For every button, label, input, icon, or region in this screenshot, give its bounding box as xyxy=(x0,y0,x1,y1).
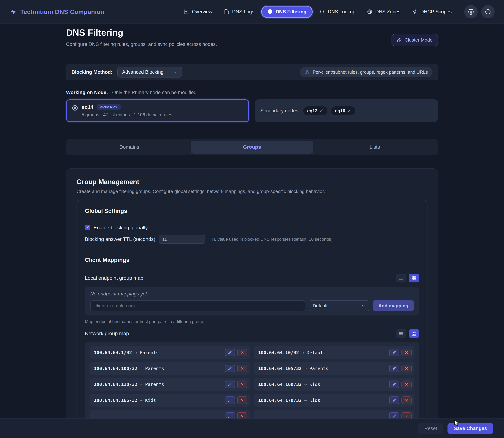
delete-mapping-button[interactable] xyxy=(237,381,247,388)
node-name: eq14 xyxy=(82,104,94,110)
delete-mapping-button[interactable] xyxy=(237,396,247,404)
edit-mapping-button[interactable] xyxy=(225,396,235,404)
delete-mapping-button[interactable] xyxy=(401,396,412,404)
close-icon xyxy=(405,414,409,418)
enable-blocking-checkbox[interactable]: ✓ xyxy=(85,225,90,230)
top-nav: Technitium DNS Companion Overview DNS Lo… xyxy=(0,0,504,24)
check-icon: ✓ xyxy=(347,108,351,113)
edit-mapping-button[interactable] xyxy=(225,381,235,388)
feature-badge-label: Per-client/subnet rules, groups, regex p… xyxy=(313,70,428,75)
page-subtitle: Configure DNS filtering rules, groups, a… xyxy=(66,42,217,47)
delete-mapping-button[interactable] xyxy=(401,381,412,388)
edit-mapping-button[interactable] xyxy=(389,396,399,404)
primary-badge: PRIMARY xyxy=(97,104,121,110)
search-icon xyxy=(319,9,325,14)
grid-view-button[interactable] xyxy=(409,329,419,338)
endpoint-map-header: Local endpoint group map xyxy=(85,274,419,282)
group-settings-panel: Global Settings ✓ Enable blocking global… xyxy=(76,200,428,436)
ttl-label: Blocking answer TTL (seconds) xyxy=(85,236,155,242)
pencil-icon xyxy=(392,350,396,354)
endpoint-empty-text: No endpoint mappings yet. xyxy=(90,291,414,297)
nav-item-label: DNS Lookup xyxy=(328,9,356,15)
node-radio[interactable] xyxy=(72,105,78,110)
mapping-group: Default xyxy=(307,350,326,355)
row-actions xyxy=(225,396,247,404)
client-mappings-title: Client Mappings xyxy=(85,257,419,268)
nav-item-overview[interactable]: Overview xyxy=(179,6,217,18)
page-title: DNS Filtering xyxy=(66,27,217,38)
endpoint-group-select[interactable]: Default xyxy=(309,300,369,311)
network-mapping-row: 100.64.64.170/32 → Kids xyxy=(254,394,414,406)
tab-groups[interactable]: Groups xyxy=(191,141,313,153)
chart-icon xyxy=(184,9,189,14)
check-icon: ✓ xyxy=(320,108,324,113)
edit-mapping-button[interactable] xyxy=(225,349,235,356)
row-actions xyxy=(225,381,247,388)
cluster-mode-button[interactable]: Cluster Mode xyxy=(391,34,438,46)
save-changes-button[interactable]: Save Changes xyxy=(448,423,493,434)
ttl-row: Blocking answer TTL (seconds) TTL value … xyxy=(85,235,419,244)
delete-mapping-button[interactable] xyxy=(401,365,412,372)
nav-item-dns-zones[interactable]: DNS Zones xyxy=(362,6,405,18)
secondary-node-badge: eq12 ✓ xyxy=(303,106,327,115)
endpoint-hostname-input[interactable] xyxy=(90,300,305,311)
node-stats: 5 groups · 47 list entries · 1,106 domai… xyxy=(82,112,172,118)
primary-node-card[interactable]: eq14 PRIMARY 5 groups · 47 list entries … xyxy=(66,99,249,122)
document-icon xyxy=(224,9,229,14)
row-actions xyxy=(225,365,247,372)
row-actions xyxy=(389,349,412,356)
node-name-row: eq14 PRIMARY xyxy=(82,104,172,110)
endpoint-view-toggle xyxy=(396,274,419,282)
list-view-button[interactable] xyxy=(396,329,406,338)
endpoint-group-value: Default xyxy=(313,303,327,309)
group-management-title: Group Management xyxy=(76,178,428,186)
blocking-method-value: Advanced Blocking xyxy=(122,69,164,75)
pencil-icon xyxy=(228,414,232,418)
close-icon xyxy=(405,366,409,371)
secondary-node-badge: eq10 ✓ xyxy=(331,106,355,115)
info-button[interactable] xyxy=(481,5,495,18)
edit-mapping-button[interactable] xyxy=(389,365,399,372)
reset-button[interactable]: Reset xyxy=(418,423,443,434)
blocking-method-select[interactable]: Advanced Blocking xyxy=(117,67,182,77)
tab-lists[interactable]: Lists xyxy=(313,141,436,153)
delete-mapping-button[interactable] xyxy=(401,349,412,356)
nav-item-dns-filtering[interactable]: DNS Filtering xyxy=(261,6,313,18)
delete-mapping-button[interactable] xyxy=(237,365,247,372)
blocking-method-label: Blocking Method: xyxy=(72,69,112,75)
settings-button[interactable] xyxy=(464,5,478,18)
mapping-group: Parents xyxy=(140,350,159,355)
close-icon xyxy=(405,398,409,402)
list-view-button[interactable] xyxy=(396,274,406,282)
nav-item-dhcp-scopes[interactable]: DHCP Scopes xyxy=(407,6,456,18)
edit-mapping-button[interactable] xyxy=(389,349,399,356)
enable-blocking-row: ✓ Enable blocking globally xyxy=(85,225,419,230)
network-mapping-row: 100.64.64.1/32 → Parents xyxy=(90,346,250,359)
delete-mapping-button[interactable] xyxy=(237,349,247,356)
nav-actions xyxy=(464,5,495,18)
endpoint-mappings-panel: No endpoint mappings yet. Default Add ma… xyxy=(85,287,419,316)
arrow-icon: → xyxy=(140,382,143,387)
pencil-icon xyxy=(228,398,232,402)
nav-item-label: DHCP Scopes xyxy=(420,9,452,15)
list-icon xyxy=(399,331,403,336)
secondary-nodes-card: Secondary nodes: eq12 ✓ eq10 ✓ xyxy=(255,99,438,122)
row-actions xyxy=(389,365,412,372)
app-title: Technitium DNS Companion xyxy=(20,8,104,15)
group-management-card: Group Management Create and manage filte… xyxy=(66,168,438,438)
add-mapping-button[interactable]: Add mapping xyxy=(373,300,414,311)
mapping-cidr: 100.64.64.1/32 xyxy=(94,350,132,355)
global-settings-title: Global Settings xyxy=(85,208,419,219)
cluster-icon xyxy=(305,70,310,75)
tab-domains[interactable]: Domains xyxy=(68,141,191,153)
grid-view-button[interactable] xyxy=(409,274,419,282)
nav-item-dns-lookup[interactable]: DNS Lookup xyxy=(315,6,360,18)
network-mapping-row: 100.64.64.100/32 → Parents xyxy=(90,362,250,375)
edit-mapping-button[interactable] xyxy=(389,381,399,388)
nav-item-dns-logs[interactable]: DNS Logs xyxy=(219,6,259,18)
chevron-down-icon xyxy=(361,304,365,308)
info-icon xyxy=(485,9,491,15)
pencil-icon xyxy=(228,366,232,371)
edit-mapping-button[interactable] xyxy=(225,365,235,372)
ttl-input[interactable] xyxy=(159,235,205,244)
